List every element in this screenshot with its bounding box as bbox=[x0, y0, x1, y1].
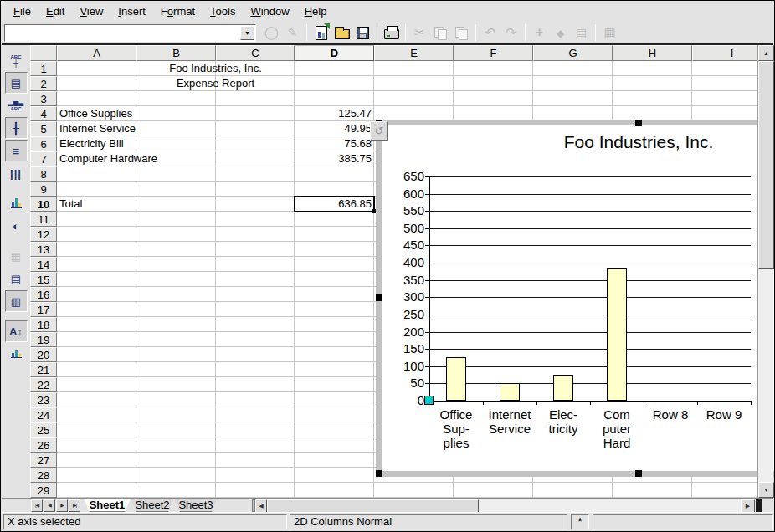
save-icon[interactable] bbox=[352, 23, 373, 43]
chart-handle-left-middle[interactable] bbox=[376, 294, 382, 301]
cell-a10[interactable]: Total bbox=[57, 197, 136, 212]
scroll-right-icon[interactable]: ▶ bbox=[741, 499, 755, 513]
menu-window[interactable]: Window bbox=[243, 2, 296, 21]
print-icon[interactable] bbox=[381, 23, 402, 43]
column-header-d[interactable]: D bbox=[295, 45, 374, 61]
row-header-18[interactable]: 18 bbox=[30, 317, 57, 332]
row-header-19[interactable]: 19 bbox=[30, 332, 57, 347]
vertical-scrollbar[interactable]: ▲ ▼ bbox=[757, 45, 773, 498]
cell-d5[interactable]: 49.95 bbox=[295, 121, 374, 136]
scroll-up-icon[interactable]: ▲ bbox=[758, 45, 774, 61]
tab-sheet3[interactable]: Sheet3 bbox=[174, 499, 218, 512]
data-in-columns-icon[interactable]: ▥ bbox=[5, 290, 28, 312]
row-header-7[interactable]: 7 bbox=[30, 151, 57, 166]
last-sheet-icon[interactable]: ▶| bbox=[69, 499, 80, 512]
y-axis-line[interactable] bbox=[429, 176, 430, 402]
column-header-g[interactable]: G bbox=[533, 45, 613, 61]
scroll-left-icon[interactable]: ◀ bbox=[255, 499, 267, 513]
url-field[interactable] bbox=[6, 26, 239, 40]
menu-edit[interactable]: Edit bbox=[38, 2, 72, 21]
menu-format[interactable]: Format bbox=[153, 2, 203, 21]
tab-sheet1[interactable]: Sheet1 bbox=[84, 499, 131, 512]
autoformat-icon[interactable]: ◐ bbox=[5, 215, 28, 237]
chart-area[interactable]: Foo Industries, Inc.05010015020025030035… bbox=[382, 125, 775, 471]
column-header-i[interactable]: I bbox=[692, 45, 759, 61]
row-header-16[interactable]: 16 bbox=[30, 287, 57, 302]
menu-file[interactable]: File bbox=[6, 2, 38, 21]
vertical-scroll-thumb[interactable] bbox=[758, 61, 774, 269]
chart-object[interactable]: Foo Industries, Inc.05010015020025030035… bbox=[376, 120, 775, 477]
open-icon[interactable] bbox=[331, 23, 352, 43]
cell-a4[interactable]: Office Supplies bbox=[57, 106, 136, 121]
active-cell-border[interactable] bbox=[294, 196, 375, 212]
column-header-c[interactable]: C bbox=[216, 45, 295, 61]
chart-handle-bottom-middle[interactable] bbox=[635, 470, 642, 477]
previous-sheet-icon[interactable]: ◀ bbox=[44, 499, 55, 512]
column-header-e[interactable]: E bbox=[374, 45, 454, 61]
cell-b2[interactable]: Expense Report bbox=[136, 76, 295, 91]
row-header-20[interactable]: 20 bbox=[30, 347, 57, 362]
first-sheet-icon[interactable]: |◀ bbox=[31, 499, 43, 512]
row-header-27[interactable]: 27 bbox=[30, 453, 57, 468]
horizontal-grid-on-off-icon[interactable]: ≡ bbox=[5, 140, 28, 161]
row-header-21[interactable]: 21 bbox=[30, 362, 57, 377]
row-header-26[interactable]: 26 bbox=[30, 437, 57, 453]
select-all-corner[interactable] bbox=[30, 45, 57, 61]
url-combo-box[interactable]: ▼ bbox=[4, 24, 256, 42]
axes-titles-on-off-icon[interactable]: ▂▅▃ABC bbox=[5, 95, 28, 116]
combo-dropdown-icon[interactable]: ▼ bbox=[240, 26, 254, 40]
titles-on-off-icon[interactable]: ABC┼ bbox=[5, 49, 28, 71]
chart-type-icon[interactable] bbox=[5, 192, 28, 214]
row-header-11[interactable]: 11 bbox=[30, 212, 57, 227]
bar-computer-hard[interactable] bbox=[607, 268, 627, 401]
column-header-b[interactable]: B bbox=[136, 45, 216, 61]
menu-view[interactable]: View bbox=[72, 2, 110, 21]
data-in-rows-icon[interactable]: ▤ bbox=[5, 268, 28, 289]
bar-electricity[interactable] bbox=[553, 375, 573, 401]
row-header-3[interactable]: 3 bbox=[30, 91, 57, 106]
bar-office-supplies[interactable] bbox=[446, 357, 466, 401]
row-header-25[interactable]: 25 bbox=[30, 422, 57, 437]
row-header-8[interactable]: 8 bbox=[30, 166, 57, 182]
row-header-17[interactable]: 17 bbox=[30, 302, 57, 317]
new-document-icon[interactable] bbox=[311, 23, 331, 43]
reorganize-chart-icon[interactable] bbox=[5, 343, 28, 365]
row-header-13[interactable]: 13 bbox=[30, 242, 57, 257]
row-header-29[interactable]: 29 bbox=[30, 483, 57, 498]
cell-b1[interactable]: Foo Industries, Inc. bbox=[136, 61, 295, 76]
cell-a5[interactable]: Internet Service bbox=[57, 121, 136, 136]
row-header-10[interactable]: 10 bbox=[30, 197, 57, 212]
tab-sheet2[interactable]: Sheet2 bbox=[131, 499, 174, 512]
row-header-14[interactable]: 14 bbox=[30, 257, 57, 272]
row-header-23[interactable]: 23 bbox=[30, 392, 57, 407]
chart-handle-top-middle[interactable] bbox=[635, 120, 642, 126]
vertical-grid-on-off-icon[interactable]: ||| bbox=[5, 162, 28, 184]
bar-internet-service[interactable] bbox=[500, 383, 520, 401]
column-header-h[interactable]: H bbox=[613, 45, 692, 61]
row-header-4[interactable]: 4 bbox=[30, 106, 57, 121]
row-header-24[interactable]: 24 bbox=[30, 407, 57, 422]
scroll-down-icon[interactable]: ▼ bbox=[758, 482, 774, 498]
column-header-a[interactable]: A bbox=[57, 45, 136, 61]
cell-d7[interactable]: 385.75 bbox=[295, 151, 374, 166]
chart-handle-bottom-left[interactable] bbox=[376, 470, 382, 477]
next-sheet-icon[interactable]: ▶ bbox=[56, 499, 68, 512]
axes-descriptions-on-off-icon[interactable]: ╂ bbox=[5, 117, 28, 139]
legend-on-off-icon[interactable]: ▤ bbox=[5, 72, 28, 94]
row-header-1[interactable]: 1 bbox=[30, 61, 57, 76]
row-header-28[interactable]: 28 bbox=[30, 468, 57, 483]
row-header-6[interactable]: 6 bbox=[30, 136, 57, 151]
menu-tools[interactable]: Tools bbox=[203, 2, 243, 21]
cell-a6[interactable]: Electricity Bill bbox=[57, 136, 136, 151]
row-header-15[interactable]: 15 bbox=[30, 272, 57, 287]
menu-help[interactable]: Help bbox=[297, 2, 335, 21]
object-anchor-icon[interactable]: ↺ bbox=[370, 121, 388, 141]
row-header-2[interactable]: 2 bbox=[30, 76, 57, 91]
column-header-f[interactable]: F bbox=[454, 45, 533, 61]
chart-title[interactable]: Foo Industries, Inc. bbox=[382, 132, 775, 152]
menu-insert[interactable]: Insert bbox=[110, 2, 153, 21]
x-axis-selection-handle[interactable] bbox=[424, 396, 434, 405]
row-header-22[interactable]: 22 bbox=[30, 377, 57, 392]
row-header-12[interactable]: 12 bbox=[30, 227, 57, 242]
scale-text-icon[interactable]: A↕ bbox=[5, 320, 28, 342]
